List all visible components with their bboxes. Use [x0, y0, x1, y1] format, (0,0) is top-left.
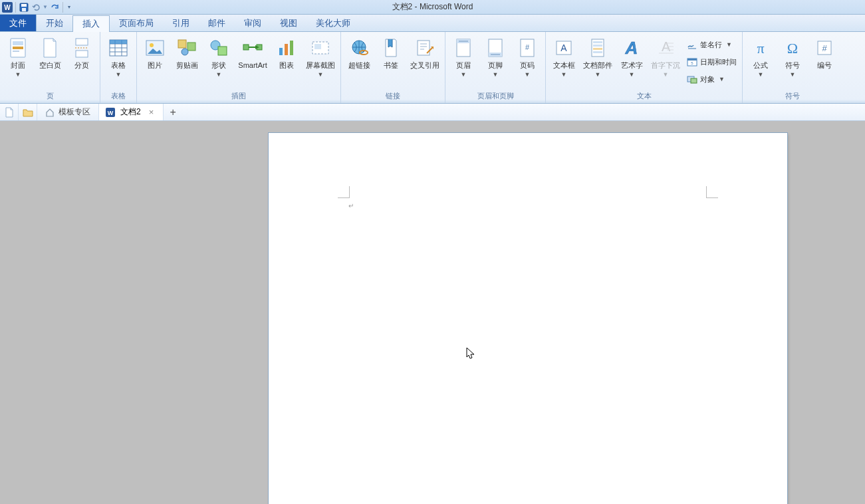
svg-rect-27: [314, 44, 321, 49]
dropcap-button[interactable]: A 首字下沉 ▼: [648, 34, 683, 90]
page-number-button[interactable]: # 页码 ▼: [512, 34, 543, 90]
document-tab-active[interactable]: W 文档2 ×: [99, 104, 164, 120]
page-break-button[interactable]: 分页: [66, 34, 97, 90]
open-folder-icon[interactable]: [19, 104, 37, 120]
svg-rect-8: [13, 51, 19, 52]
group-links: 超链接 书签 交叉引用 链接: [341, 32, 445, 103]
group-links-label: 链接: [344, 90, 442, 103]
svg-text:#: #: [822, 43, 827, 53]
group-symbols: π 公式 ▼ Ω 符号 ▼ # 编号 符号: [743, 32, 842, 103]
clipart-button[interactable]: 剪贴画: [172, 34, 202, 90]
svg-text:π: π: [757, 40, 764, 57]
svg-rect-3: [21, 4, 27, 7]
group-text: A 文本框 ▼ 文档部件 ▼ A 艺术字 ▼ A 首字下沉 ▼: [546, 32, 743, 103]
footer-icon: [485, 37, 506, 59]
group-tables-label: 表格: [103, 90, 134, 103]
tab-beautify[interactable]: 美化大师: [307, 15, 360, 31]
group-symbols-label: 符号: [745, 90, 840, 103]
save-icon[interactable]: [19, 2, 29, 13]
textbox-button[interactable]: A 文本框 ▼: [549, 34, 579, 90]
picture-button[interactable]: 图片: [140, 34, 170, 90]
ribbon-insert: 封面 ▼ 空白页 分页 页 表格 ▼ 表格: [0, 32, 865, 104]
chevron-down-icon: ▼: [318, 71, 324, 78]
tab-home[interactable]: 开始: [37, 15, 72, 31]
svg-rect-51: [691, 78, 697, 83]
cover-page-icon: [7, 37, 29, 59]
tab-insert[interactable]: 插入: [72, 15, 110, 32]
chart-icon: [276, 37, 297, 59]
svg-text:#: #: [525, 43, 530, 51]
word-app-icon[interactable]: W: [2, 2, 13, 13]
symbol-button[interactable]: Ω 符号 ▼: [777, 34, 808, 90]
header-button[interactable]: 页眉 ▼: [448, 34, 479, 90]
quickparts-button[interactable]: 文档部件 ▼: [580, 34, 615, 90]
chevron-down-icon: ▼: [525, 71, 531, 78]
smartart-button[interactable]: SmartArt: [235, 34, 270, 90]
template-center-tab[interactable]: 模板专区: [37, 104, 99, 120]
redo-icon[interactable]: [49, 2, 60, 13]
chevron-down-icon: ▼: [758, 71, 764, 78]
crossref-icon: [414, 37, 435, 59]
window-title: 文档2 - Microsoft Word: [392, 1, 473, 13]
new-document-icon[interactable]: [0, 104, 19, 120]
main-tab-strip: 文件 开始 插入 页面布局 引用 邮件 审阅 视图 美化大师: [0, 15, 865, 32]
crossref-button[interactable]: 交叉引用: [408, 34, 442, 90]
hyperlink-icon: [348, 37, 370, 59]
tab-view[interactable]: 视图: [271, 15, 307, 31]
svg-rect-16: [187, 43, 195, 51]
add-tab-button[interactable]: +: [164, 104, 182, 120]
shapes-button[interactable]: 形状 ▼: [203, 34, 234, 90]
customize-qat-icon[interactable]: ▾: [66, 4, 72, 10]
tab-mailings[interactable]: 邮件: [199, 15, 235, 31]
svg-rect-10: [76, 51, 88, 57]
chevron-down-icon: ▼: [561, 71, 567, 78]
svg-rect-12: [110, 40, 127, 44]
datetime-icon: 5: [687, 57, 697, 67]
svg-rect-6: [13, 41, 23, 45]
close-tab-icon[interactable]: ×: [146, 107, 157, 117]
hyperlink-button[interactable]: 超链接: [344, 34, 374, 90]
chevron-down-icon: ▼: [461, 71, 467, 78]
svg-rect-48: [687, 59, 697, 61]
page-break-icon: [71, 37, 92, 59]
svg-text:Ω: Ω: [787, 40, 798, 57]
svg-rect-41: [593, 41, 602, 43]
picture-icon: [144, 37, 166, 59]
table-button[interactable]: 表格 ▼: [103, 34, 134, 90]
tab-file[interactable]: 文件: [0, 15, 37, 31]
group-pages: 封面 ▼ 空白页 分页 页: [0, 32, 100, 103]
chevron-down-icon: ▼: [790, 71, 796, 78]
chart-button[interactable]: 图表: [271, 34, 302, 90]
footer-button[interactable]: 页脚 ▼: [480, 34, 511, 90]
svg-rect-24: [285, 44, 288, 55]
datetime-button[interactable]: 5 日期和时间: [684, 54, 739, 70]
chevron-down-icon: ▼: [629, 71, 635, 78]
signature-line-button[interactable]: 签名行 ▼: [684, 37, 739, 53]
tab-review[interactable]: 审阅: [235, 15, 271, 31]
object-button[interactable]: 对象 ▼: [684, 71, 739, 87]
bookmark-button[interactable]: 书签: [376, 34, 406, 90]
svg-rect-19: [218, 47, 227, 55]
textbox-icon: A: [553, 37, 574, 59]
undo-dropdown-icon[interactable]: ▼: [43, 4, 48, 10]
equation-button[interactable]: π 公式 ▼: [745, 34, 776, 90]
document-canvas[interactable]: ↵: [0, 121, 865, 504]
document-page[interactable]: ↵: [269, 133, 787, 504]
svg-rect-42: [593, 45, 602, 47]
svg-point-17: [182, 49, 188, 55]
chevron-down-icon: ▼: [493, 71, 499, 78]
svg-rect-25: [290, 41, 293, 55]
screenshot-button[interactable]: 屏幕截图 ▼: [303, 34, 338, 90]
number-button[interactable]: # 编号: [809, 34, 840, 90]
home-icon: [45, 108, 55, 117]
chevron-down-icon: ▼: [726, 41, 732, 48]
wordart-button[interactable]: A 艺术字 ▼: [616, 34, 647, 90]
cover-page-button[interactable]: 封面 ▼: [3, 34, 33, 90]
svg-text:A: A: [560, 43, 567, 53]
tab-page-layout[interactable]: 页面布局: [110, 15, 163, 31]
svg-rect-23: [279, 48, 283, 55]
blank-page-button[interactable]: 空白页: [35, 34, 65, 90]
blank-page-icon: [39, 37, 61, 59]
undo-icon[interactable]: [31, 2, 41, 13]
tab-references[interactable]: 引用: [163, 15, 199, 31]
